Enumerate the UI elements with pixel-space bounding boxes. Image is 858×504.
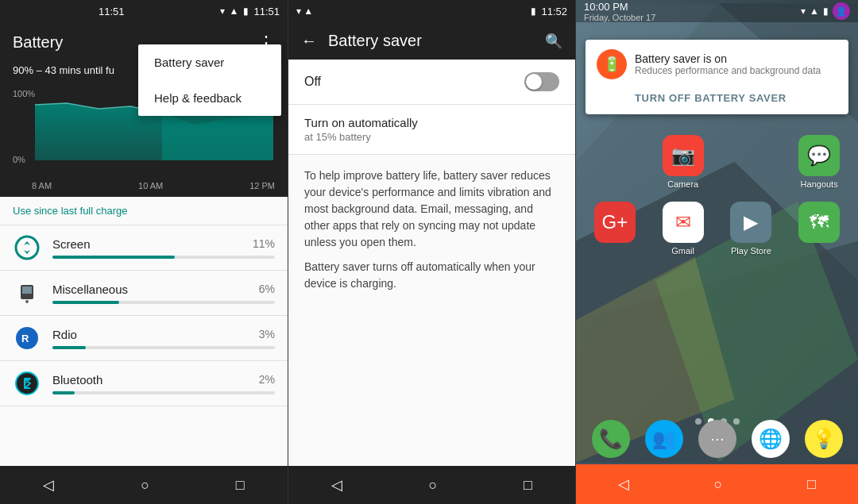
- notification-card: 🔋 Battery saver is on Reduces performanc…: [586, 40, 848, 114]
- battery-saver-toggle[interactable]: [524, 72, 559, 91]
- status-bar-2-time: 11:52: [541, 6, 567, 17]
- auto-turn-on-sub: at 15% battery: [304, 131, 559, 143]
- app-pct: 2%: [259, 373, 275, 387]
- home-button[interactable]: ○: [141, 477, 149, 494]
- avatar: 👤: [833, 2, 850, 20]
- hangouts-app-label: Hangouts: [801, 179, 838, 189]
- back-button[interactable]: ◁: [43, 476, 54, 494]
- contacts-icon: 👥: [645, 420, 683, 458]
- battery-saver-toggle-row: Off: [288, 60, 575, 105]
- app-pct: 6%: [259, 283, 275, 296]
- home-screen-panel: 10:00 PM Friday, October 17 ▾ ▲ ▮ 👤 🔋 Ba…: [575, 0, 858, 504]
- notif-action-area: TURN OFF BATTERY SAVER: [586, 86, 848, 114]
- recents-button-3[interactable]: □: [807, 476, 816, 493]
- chart-time-3: 12 PM: [249, 181, 275, 190]
- notif-subtitle: Reduces performance and background data: [635, 65, 821, 76]
- status-icons-3: ▾ ▲ ▮ 👤: [801, 2, 850, 20]
- use-since-link[interactable]: Use since last full charge: [0, 197, 288, 225]
- back-button-3[interactable]: ◁: [618, 475, 629, 493]
- playstore-app-icon: ▶: [730, 202, 771, 243]
- chart-time-2: 10 AM: [138, 181, 163, 190]
- home-button-3[interactable]: ○: [714, 476, 723, 493]
- app-name: Miscellaneous: [52, 283, 128, 296]
- app-pct: 3%: [259, 328, 275, 341]
- svg-rect-4: [22, 287, 32, 294]
- list-item: R Rdio 3%: [0, 316, 288, 361]
- app-name: Rdio: [52, 328, 77, 341]
- desc-para-1: To help improve battery life, battery sa…: [304, 167, 559, 251]
- grid-app-empty2: [721, 135, 783, 189]
- app-grid: 📷 Camera 💬 Hangouts G+ ✉ Gmail ▶ Play St…: [576, 127, 858, 264]
- time-display: 11:51: [253, 6, 280, 17]
- dock: 📞 👥 ⋯ 🌐 💡: [576, 414, 858, 464]
- status-bar-3: 10:00 PM Friday, October 17 ▾ ▲ ▮ 👤: [576, 0, 858, 22]
- notif-header: 🔋 Battery saver is on Reduces performanc…: [586, 40, 848, 86]
- status-bar-1-time: 11:51: [99, 6, 125, 17]
- grid-app-camera[interactable]: 📷 Camera: [652, 135, 714, 189]
- chart-y-bottom: 0%: [13, 155, 35, 164]
- wifi-icon: ▾: [220, 6, 225, 17]
- grid-app-gmail[interactable]: ✉ Gmail: [652, 202, 714, 256]
- search-icon[interactable]: 🔍: [545, 33, 562, 50]
- battery-panel: 11:51 ▾ ▲ ▮ 11:51 Battery ⋮ Battery save…: [0, 0, 288, 504]
- grid-app-gplus[interactable]: G+: [584, 202, 646, 256]
- keep-icon: 💡: [805, 420, 843, 458]
- chart-x-labels: 8 AM 10 AM 12 PM: [0, 179, 288, 197]
- turn-off-saver-button[interactable]: TURN OFF BATTERY SAVER: [635, 92, 786, 104]
- gmail-app-label: Gmail: [671, 246, 694, 256]
- grid-app-empty1: [584, 135, 646, 189]
- dock-contacts[interactable]: 👥: [645, 420, 683, 458]
- home-button[interactable]: ○: [429, 477, 438, 494]
- chart-y-labels: 100% 0%: [13, 89, 35, 164]
- notif-text: Battery saver is on Reduces performance …: [635, 52, 821, 76]
- app-name: Bluetooth: [52, 373, 102, 387]
- menu-item-help[interactable]: Help & feedback: [138, 80, 281, 116]
- dock-keep[interactable]: 💡: [805, 420, 843, 458]
- playstore-app-label: Play Store: [731, 246, 771, 256]
- hangouts-app-icon: 💬: [798, 135, 840, 176]
- chrome-icon: 🌐: [752, 420, 790, 458]
- desc-para-2: Battery saver turns off automatically wh…: [304, 259, 559, 292]
- camera-app-icon: 📷: [663, 135, 704, 176]
- nav-bar-2: ◁ ○ □: [288, 466, 575, 504]
- nav-bar-3: ◁ ○ □: [576, 464, 858, 504]
- maps-app-icon: 🗺: [798, 202, 840, 243]
- dock-phone[interactable]: 📞: [592, 420, 630, 458]
- phone-icon: 📞: [592, 420, 630, 458]
- date-display: Friday, October 17: [584, 13, 655, 22]
- app-grid-inner: 📷 Camera 💬 Hangouts G+ ✉ Gmail ▶ Play St…: [584, 127, 850, 264]
- back-arrow-icon[interactable]: ←: [301, 32, 317, 50]
- grid-app-hangouts[interactable]: 💬 Hangouts: [788, 135, 850, 189]
- signal-icon: ▲: [230, 6, 239, 17]
- grid-app-playstore[interactable]: ▶ Play Store: [721, 202, 783, 256]
- app-pct: 11%: [253, 237, 275, 251]
- battery-saver-header: ← Battery saver 🔍: [288, 22, 575, 60]
- recents-button[interactable]: □: [524, 477, 532, 494]
- battery-icon: ▮: [243, 6, 249, 17]
- auto-turn-on-title: Turn on automatically: [304, 116, 559, 129]
- nav-bar-1: ◁ ○ □: [0, 466, 288, 504]
- status-bar-2-battery: ▮: [531, 6, 536, 17]
- recents-button[interactable]: □: [236, 477, 245, 494]
- svg-point-5: [25, 300, 29, 303]
- grid-app-maps[interactable]: 🗺: [788, 202, 850, 256]
- list-item: Miscellaneous 6%: [0, 271, 288, 316]
- camera-app-label: Camera: [667, 179, 698, 189]
- svg-point-2: [16, 237, 38, 259]
- battery-saver-panel: ▾ ▲ ▮ 11:52 ← Battery saver 🔍 Off Turn o…: [288, 0, 575, 504]
- misc-icon: [13, 279, 41, 307]
- battery-saver-title: Battery saver: [328, 32, 534, 50]
- status-bar-1: 11:51 ▾ ▲ ▮ 11:51: [0, 0, 288, 22]
- battery-title: Battery: [13, 33, 63, 52]
- auto-turn-on-row[interactable]: Turn on automatically at 15% battery: [288, 105, 575, 155]
- notif-battery-icon: 🔋: [597, 49, 627, 79]
- app-name: Screen: [52, 237, 91, 251]
- toggle-label: Off: [304, 75, 321, 89]
- dock-launcher[interactable]: ⋯: [698, 420, 736, 458]
- menu-item-battery-saver[interactable]: Battery saver: [138, 44, 281, 80]
- context-menu: Battery saver Help & feedback: [138, 44, 281, 116]
- back-button[interactable]: ◁: [331, 476, 342, 494]
- dock-chrome[interactable]: 🌐: [752, 420, 790, 458]
- toggle-knob: [526, 74, 542, 90]
- notif-title: Battery saver is on: [635, 52, 821, 65]
